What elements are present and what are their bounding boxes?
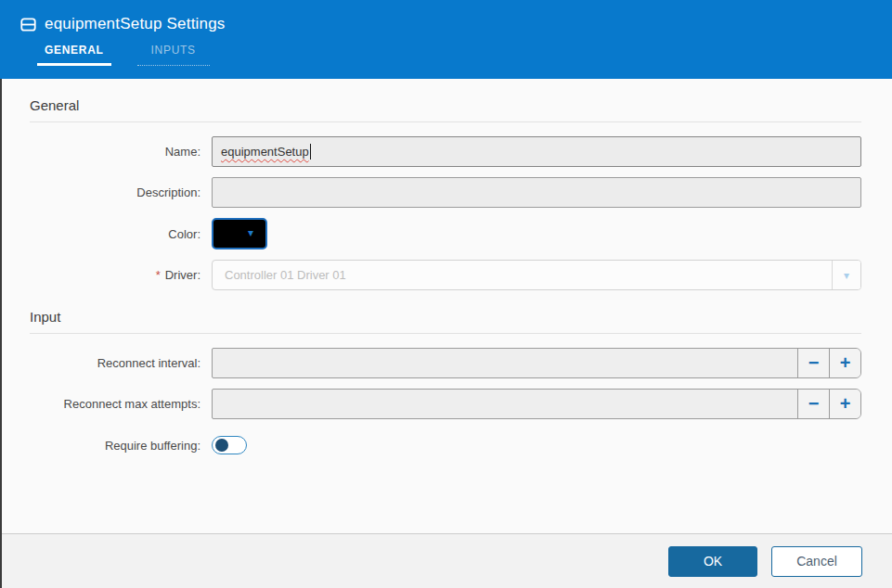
require-buffering-label: Require buffering:: [0, 439, 200, 453]
toggle-knob: [215, 439, 228, 452]
section-heading-input: Input: [30, 309, 861, 334]
driver-label: Driver:: [165, 268, 200, 282]
dialog-footer: OK Cancel: [0, 533, 892, 588]
dialog-title: equipmentSetup Settings: [45, 15, 226, 33]
driver-row: *Driver: Controller 01 Driver 01 ▾: [0, 260, 892, 290]
tab-bar: GENERAL INPUTS: [37, 44, 892, 66]
tab-general[interactable]: GENERAL: [37, 44, 111, 66]
equipment-settings-dialog: equipmentSetup Settings GENERAL INPUTS G…: [0, 0, 892, 588]
reconnect-interval-input[interactable]: [213, 349, 797, 377]
name-label: Name:: [0, 145, 200, 159]
tab-inputs[interactable]: INPUTS: [137, 44, 210, 66]
require-buffering-row: Require buffering:: [0, 436, 892, 454]
name-input[interactable]: equipmentSetup: [212, 136, 861, 167]
background-app-edge: [0, 79, 2, 588]
reconnect-interval-label: Reconnect interval:: [0, 356, 200, 370]
description-label: Description:: [0, 185, 200, 199]
driver-value: Controller 01 Driver 01: [213, 261, 832, 289]
reconnect-max-attempts-row: Reconnect max attempts: − +: [0, 389, 892, 419]
reconnect-interval-increment-button[interactable]: +: [829, 349, 860, 377]
plus-icon: +: [840, 352, 851, 374]
reconnect-max-attempts-label: Reconnect max attempts:: [0, 397, 200, 411]
reconnect-max-attempts-input[interactable]: [213, 390, 797, 418]
ok-button[interactable]: OK: [668, 546, 757, 577]
color-swatch-button[interactable]: ▾: [212, 218, 267, 249]
description-input[interactable]: [212, 177, 861, 208]
color-row: Color: ▾: [0, 218, 892, 249]
reconnect-max-attempts-increment-button[interactable]: +: [829, 390, 860, 418]
reconnect-interval-decrement-button[interactable]: −: [797, 349, 829, 377]
name-row: Name: equipmentSetup: [0, 136, 892, 167]
reconnect-interval-row: Reconnect interval: − +: [0, 348, 892, 378]
caret-down-icon: ▾: [248, 227, 253, 238]
reconnect-max-attempts-decrement-button[interactable]: −: [797, 390, 829, 418]
text-cursor: [310, 144, 311, 160]
minus-icon: −: [808, 352, 820, 374]
driver-required-marker: *: [156, 268, 161, 282]
name-input-value: equipmentSetup: [221, 145, 309, 159]
dialog-header: equipmentSetup Settings GENERAL INPUTS: [0, 0, 892, 79]
driver-combobox[interactable]: Controller 01 Driver 01 ▾: [212, 260, 861, 290]
driver-dropdown-button[interactable]: ▾: [832, 261, 860, 289]
cancel-button[interactable]: Cancel: [771, 546, 862, 577]
section-heading-general: General: [30, 97, 861, 122]
reconnect-max-attempts-field: − +: [212, 389, 861, 419]
caret-down-icon: ▾: [844, 269, 849, 282]
minus-icon: −: [808, 393, 820, 415]
plus-icon: +: [840, 393, 851, 415]
color-label: Color:: [0, 227, 200, 241]
equipment-icon: [20, 17, 36, 32]
reconnect-interval-field: − +: [212, 348, 861, 378]
require-buffering-toggle[interactable]: [212, 436, 247, 454]
description-row: Description:: [0, 177, 892, 208]
